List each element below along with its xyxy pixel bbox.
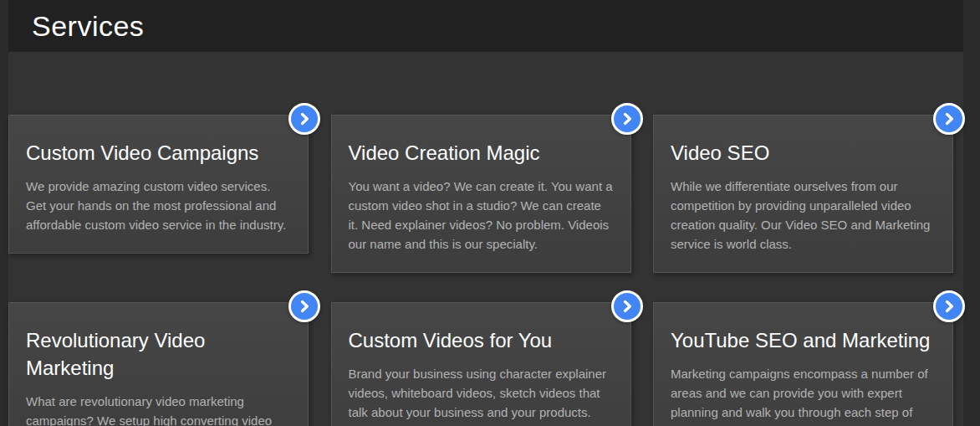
service-description: You want a video? We can create it. You … [349, 177, 614, 254]
content-wrapper: Services Custom Video Campaigns We provi… [8, 0, 963, 426]
service-card-revolutionary-video-marketing: Revolutionary Video Marketing What are r… [8, 302, 309, 426]
service-link-button[interactable] [611, 290, 643, 322]
service-description: While we differentiate ourselves from ou… [671, 177, 936, 254]
service-title: Custom Video Campaigns [26, 139, 291, 167]
service-card-video-seo: Video SEO While we differentiate ourselv… [653, 115, 953, 273]
service-link-button[interactable] [933, 290, 965, 322]
chevron-right-icon [619, 110, 635, 127]
chevron-right-icon [619, 298, 635, 315]
service-title: Video Creation Magic [349, 139, 614, 167]
page-title: Services [32, 10, 144, 43]
service-card-video-creation-magic: Video Creation Magic You want a video? W… [331, 115, 631, 273]
service-title: Custom Videos for You [349, 326, 614, 354]
chevron-right-icon [941, 110, 957, 127]
service-link-button[interactable] [611, 103, 643, 135]
service-description: What are revolutionary video marketing c… [26, 392, 291, 426]
chevron-right-icon [941, 298, 957, 315]
service-card-custom-videos-for-you: Custom Videos for You Brand your busines… [331, 302, 631, 426]
service-card-custom-video-campaigns: Custom Video Campaigns We provide amazin… [8, 115, 309, 254]
service-title: Video SEO [671, 139, 936, 167]
service-description: Marketing campaigns encompass a number o… [671, 364, 936, 426]
service-link-button[interactable] [933, 103, 965, 135]
service-link-button[interactable] [288, 103, 320, 135]
page-header: Services [8, 0, 963, 52]
service-title: Revolutionary Video Marketing [26, 326, 291, 382]
service-title: YouTube SEO and Marketing [671, 326, 936, 354]
service-description: We provide amazing custom video services… [26, 177, 291, 234]
services-page: Services Custom Video Campaigns We provi… [0, 0, 980, 426]
service-description: Brand your business using character expl… [349, 364, 614, 426]
chevron-right-icon [296, 298, 313, 315]
services-grid: Custom Video Campaigns We provide amazin… [8, 115, 953, 426]
chevron-right-icon [296, 110, 313, 127]
service-card-youtube-seo-and-marketing: YouTube SEO and Marketing Marketing camp… [653, 302, 953, 426]
service-link-button[interactable] [288, 290, 320, 322]
